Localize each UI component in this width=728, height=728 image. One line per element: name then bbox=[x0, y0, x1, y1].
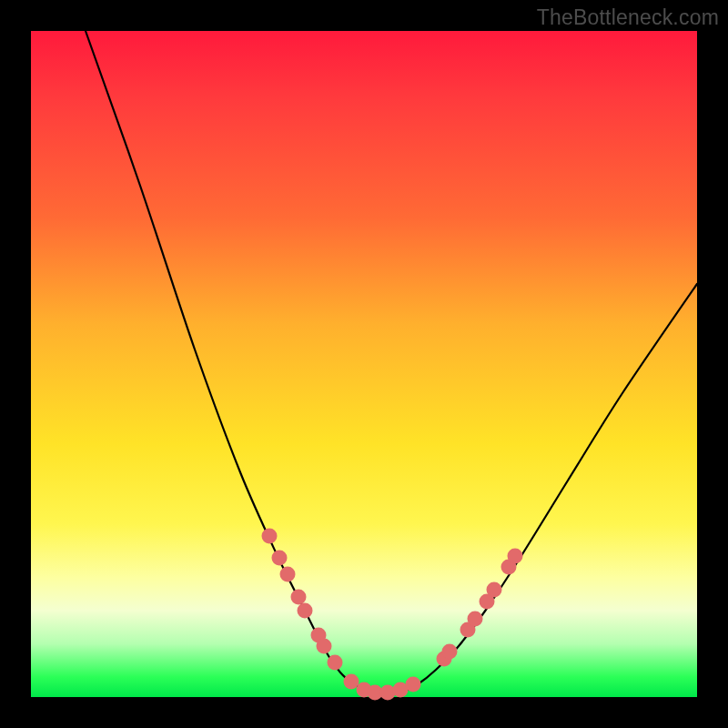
data-dot bbox=[487, 582, 502, 598]
data-dot bbox=[272, 551, 288, 566]
watermark-text: TheBottleneck.com bbox=[537, 5, 719, 30]
data-dot bbox=[468, 612, 483, 627]
data-dot bbox=[291, 590, 307, 605]
data-dot bbox=[380, 685, 396, 701]
data-dot bbox=[508, 549, 523, 564]
data-dot bbox=[298, 603, 313, 619]
data-dot bbox=[406, 677, 421, 693]
data-dot bbox=[317, 639, 332, 654]
chart-frame: TheBottleneck.com bbox=[0, 0, 728, 728]
data-dot bbox=[262, 529, 278, 544]
data-dot bbox=[344, 674, 359, 690]
data-dot bbox=[280, 567, 296, 582]
gradient-plot-area bbox=[31, 31, 697, 697]
bottleneck-curve-svg bbox=[31, 31, 697, 697]
data-dot bbox=[442, 644, 458, 660]
bottleneck-curve bbox=[86, 31, 697, 693]
data-dot bbox=[328, 655, 343, 671]
